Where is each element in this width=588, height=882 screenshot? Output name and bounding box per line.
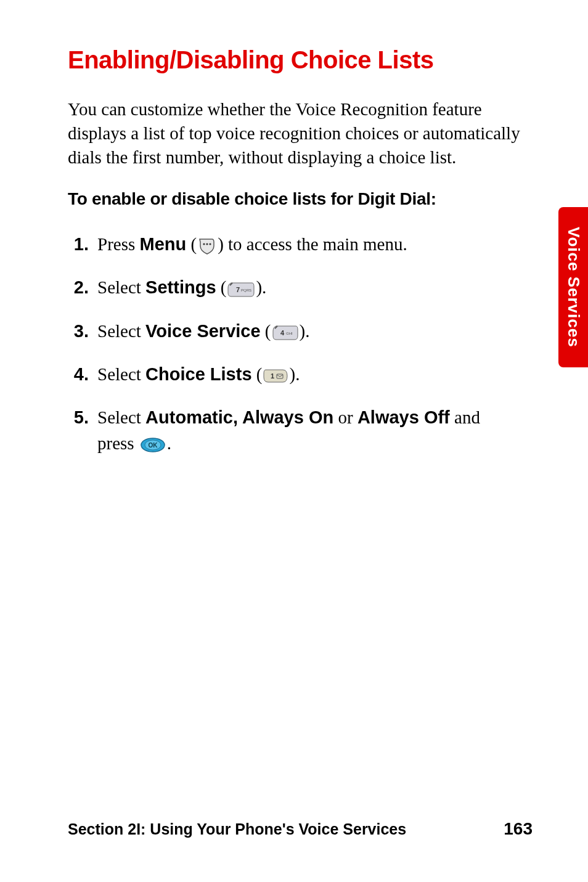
steps-list: 1. Press Menu ( ) to access the main men… bbox=[68, 231, 512, 455]
step-body: Select Settings ( 7 PQRS ). bbox=[97, 274, 512, 300]
step-paren-open: ( bbox=[216, 277, 227, 297]
page: Enabling/Disabling Choice Lists You can … bbox=[0, 0, 588, 882]
step-paren-open: ( bbox=[186, 234, 197, 254]
step-paren-close: ). bbox=[289, 364, 300, 384]
step-bold: Settings bbox=[145, 277, 216, 297]
side-tab: Voice Services bbox=[558, 207, 588, 367]
step-bold: Voice Service bbox=[145, 321, 260, 341]
step-bold: Choice Lists bbox=[145, 364, 251, 384]
step-2: 2. Select Settings ( 7 PQRS ). bbox=[68, 274, 512, 300]
svg-point-2 bbox=[210, 243, 211, 245]
svg-point-0 bbox=[203, 243, 205, 245]
step-paren-open: ( bbox=[252, 364, 263, 384]
step-text-pre: Select bbox=[97, 364, 145, 384]
svg-text:1: 1 bbox=[271, 372, 274, 380]
key-7-pqrs-icon: 7 PQRS bbox=[227, 282, 255, 298]
step-1: 1. Press Menu ( ) to access the main men… bbox=[68, 231, 512, 257]
svg-text:GHI: GHI bbox=[286, 332, 293, 335]
ok-key-icon: OK bbox=[140, 438, 166, 452]
svg-point-1 bbox=[206, 243, 208, 245]
side-tab-label: Voice Services bbox=[564, 227, 583, 348]
step-number: 4. bbox=[68, 361, 89, 387]
step-body: Select Automatic, Always On or Always Of… bbox=[97, 404, 512, 456]
step-bold: Automatic, Always On bbox=[145, 407, 333, 427]
footer-section-title: Section 2I: Using Your Phone's Voice Ser… bbox=[68, 820, 406, 838]
step-number: 3. bbox=[68, 318, 89, 344]
key-4-ghi-icon: 4 GHI bbox=[272, 325, 298, 341]
step-paren-open: ( bbox=[261, 321, 271, 341]
svg-text:7: 7 bbox=[236, 286, 240, 293]
step-body: Select Choice Lists ( 1 ). bbox=[97, 361, 512, 387]
step-number: 5. bbox=[68, 404, 89, 430]
step-4: 4. Select Choice Lists ( 1 ). bbox=[68, 361, 512, 387]
step-text-pre: Select bbox=[97, 277, 145, 297]
step-number: 2. bbox=[68, 274, 89, 300]
heading-title: Enabling/Disabling Choice Lists bbox=[68, 46, 533, 74]
intro-paragraph: You can customize whether the Voice Reco… bbox=[68, 97, 533, 169]
subheading: To enable or disable choice lists for Di… bbox=[68, 189, 533, 209]
step-bold-2: Always Off bbox=[357, 407, 450, 427]
step-text-pre: Press bbox=[97, 234, 139, 254]
step-number: 1. bbox=[68, 231, 89, 257]
svg-text:4: 4 bbox=[280, 329, 285, 337]
step-text-pre: Select bbox=[97, 321, 145, 341]
menu-key-icon bbox=[198, 237, 216, 256]
step-body: Select Voice Service ( 4 GHI ). bbox=[97, 318, 512, 344]
step-paren-close: ) to access the main menu. bbox=[218, 234, 407, 254]
step-body: Press Menu ( ) to access the main menu. bbox=[97, 231, 512, 257]
svg-text:PQRS: PQRS bbox=[241, 288, 251, 292]
step-text-mid: or bbox=[333, 407, 357, 427]
key-1-icon: 1 bbox=[263, 369, 288, 383]
step-3: 3. Select Voice Service ( 4 GHI ). bbox=[68, 318, 512, 344]
step-paren-close: . bbox=[167, 433, 171, 453]
step-text-pre: Select bbox=[97, 407, 145, 427]
svg-text:OK: OK bbox=[148, 442, 158, 449]
step-paren-close: ). bbox=[300, 321, 310, 341]
page-number: 163 bbox=[504, 819, 533, 839]
page-footer: Section 2I: Using Your Phone's Voice Ser… bbox=[68, 819, 533, 839]
step-5: 5. Select Automatic, Always On or Always… bbox=[68, 404, 512, 456]
step-bold: Menu bbox=[139, 234, 186, 254]
step-paren-close: ). bbox=[256, 277, 266, 297]
